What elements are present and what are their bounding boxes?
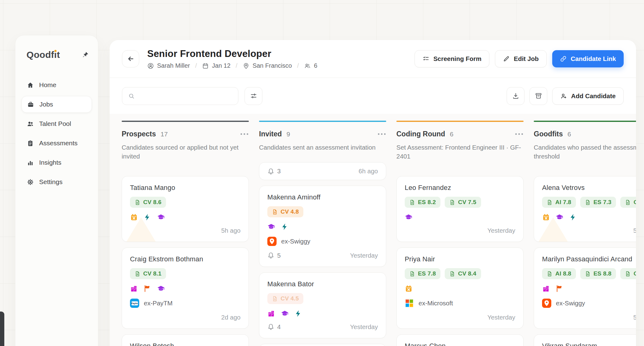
document-icon: [272, 209, 278, 215]
bell-icon: [267, 168, 274, 175]
column-menu-button[interactable]: [515, 131, 524, 137]
search-icon: [128, 92, 135, 100]
add-candidate-button[interactable]: Add Candidate: [552, 87, 624, 105]
score-badge: ES 7.3: [580, 197, 616, 208]
pin-sidebar-icon[interactable]: [82, 51, 89, 58]
candidate-name: Marcus Chen: [405, 342, 515, 346]
people-count-icon: [304, 62, 311, 69]
bolt-icon: [294, 310, 302, 317]
sidebar-item-jobs[interactable]: Jobs: [22, 96, 92, 113]
column-title: Prospects: [122, 130, 156, 138]
card-timestamp: Yesterday: [488, 227, 515, 234]
candidate-card[interactable]: Alena Vetrovs AI 7.8 ES 7.3 CV 8.3 5h ag…: [534, 176, 636, 242]
column-title: Invited: [259, 130, 282, 138]
candidate-name: Priya Nair: [405, 255, 515, 263]
candidate-card[interactable]: Marilyn Passaquindici Arcand AI 8.8 ES 8…: [534, 247, 636, 329]
sidebar-item-talent-pool[interactable]: Talent Pool: [22, 115, 92, 132]
column-description: Candidates who passed the assessment thr…: [534, 143, 636, 161]
board-toolbar: Add Candidate: [110, 78, 636, 114]
clipboard-icon: [27, 140, 34, 147]
building-icon: [542, 285, 550, 292]
job-meta: Sarah Miller / Jan 12 / San Francisco / …: [147, 62, 317, 69]
column-menu-button[interactable]: [377, 131, 386, 137]
candidate-card[interactable]: Tatiana Mango CV 8.6 5h ago: [122, 176, 249, 242]
person-add-icon: [560, 93, 567, 99]
gear-icon: [27, 179, 34, 186]
grad-cap-icon: [267, 223, 275, 231]
column-prospects: Prospects 17 Candidates sourced or appli…: [122, 121, 249, 346]
grad-cap-icon: [157, 285, 165, 292]
candidate-name: Makenna Aminoff: [267, 193, 378, 201]
swiggy-logo: [542, 299, 551, 308]
briefcase-icon: [27, 101, 34, 108]
link-icon: [560, 55, 567, 62]
grad-cap-icon: [157, 213, 165, 221]
export-button[interactable]: [507, 87, 525, 105]
candidate-card-partial[interactable]: 3 6h ago: [259, 162, 386, 180]
candidate-card[interactable]: Priya Nair ES 7.8 CV 8.4 ex-Microsoft Ye…: [396, 247, 524, 329]
job-header: Senior Frontend Developer Sarah Miller /…: [110, 40, 636, 78]
edit-job-button[interactable]: Edit Job: [495, 50, 547, 67]
candidate-card[interactable]: Leo Fernandez ES 8.2 CV 7.5 Yesterday: [396, 176, 524, 242]
bell-icon: [267, 252, 274, 259]
document-icon: [135, 271, 140, 277]
page-title: Senior Frontend Developer: [147, 48, 317, 59]
column-description: Candidates sourced or applied but not ye…: [122, 143, 249, 161]
company-row: Paytm ex-PayTM: [130, 299, 241, 308]
card-timestamp: Yesterday: [488, 314, 515, 321]
candidate-card[interactable]: Makenna Bator CV 4.5 4 Yesterday: [259, 272, 386, 338]
candidate-card[interactable]: Priya Nair: [259, 344, 386, 346]
archive-button[interactable]: [529, 87, 547, 105]
pencil-icon: [503, 55, 510, 62]
document-icon: [409, 271, 415, 277]
building-icon: [130, 285, 138, 292]
candidate-card[interactable]: Craig Ekstrom Bothman CV 8.1 Paytm ex-Pa…: [122, 247, 249, 329]
document-icon: [272, 296, 278, 302]
candidate-card[interactable]: Vikram Sundaram AI 9.2 ES 8.5 CV 9.0: [534, 334, 636, 346]
candidate-name: Vikram Sundaram: [542, 342, 636, 346]
score-badge: CV 7.5: [445, 197, 481, 208]
job-date: Jan 12: [202, 62, 230, 69]
calendar-x-icon: [405, 285, 412, 292]
candidate-name: Makenna Bator: [267, 280, 378, 288]
card-timestamp: Yesterday: [350, 323, 378, 331]
filter-button[interactable]: [245, 87, 262, 105]
column-count: 9: [286, 131, 290, 138]
column-menu-button[interactable]: [240, 131, 249, 137]
candidate-name: Leo Fernandez: [405, 184, 515, 192]
sidebar-item-settings[interactable]: Settings: [22, 174, 92, 190]
sidebar-item-assessments[interactable]: Assessments: [22, 135, 92, 151]
paytm-logo: Paytm: [130, 299, 139, 308]
candidate-name: Marilyn Passaquindici Arcand: [542, 255, 636, 263]
candidate-link-button[interactable]: Candidate Link: [552, 50, 624, 67]
candidate-card[interactable]: Makenna Aminoff CV 4.8 ex-Swiggy 5 Y: [259, 186, 386, 267]
candidate-card[interactable]: Marcus Chen ES 9.1 CV 8.0: [396, 334, 524, 346]
column-invited: Invited 9 Candidates sent an assessment …: [259, 121, 386, 346]
search-input[interactable]: [139, 92, 232, 99]
job-location: San Francisco: [243, 62, 292, 69]
brand-logo: Qoodfıt: [26, 50, 60, 60]
arrow-left-icon: [127, 55, 135, 63]
people-icon: [27, 120, 34, 127]
score-badge: CV 8.4: [445, 268, 481, 279]
candidate-card[interactable]: Wilson Botosh AI 5.2 ES 7.1 CV 5.6: [122, 334, 249, 346]
column-title: Coding Round: [396, 130, 445, 138]
sidebar-item-home[interactable]: Home: [22, 77, 92, 93]
back-button[interactable]: [122, 50, 139, 67]
job-openings: 6: [304, 62, 317, 69]
separator: /: [236, 62, 237, 69]
sidebar-item-insights[interactable]: Insights: [22, 154, 92, 171]
company-name: ex-PayTM: [144, 300, 172, 307]
score-badge: AI 8.8: [542, 268, 576, 279]
search-box[interactable]: [122, 87, 238, 105]
card-watermark: [538, 217, 568, 242]
column-accent: [396, 121, 524, 122]
building-icon: [267, 310, 275, 317]
sidebar-nav: Home Jobs Talent Pool Assessments Insigh…: [15, 77, 98, 190]
company-row: ex-Swiggy: [267, 237, 378, 246]
score-badge: CV 8.3: [620, 197, 636, 208]
column-accent: [259, 121, 386, 122]
candidate-name: Tatiana Mango: [130, 184, 241, 192]
column-count: 6: [568, 131, 571, 138]
screening-form-button[interactable]: Screening Form: [415, 50, 489, 67]
